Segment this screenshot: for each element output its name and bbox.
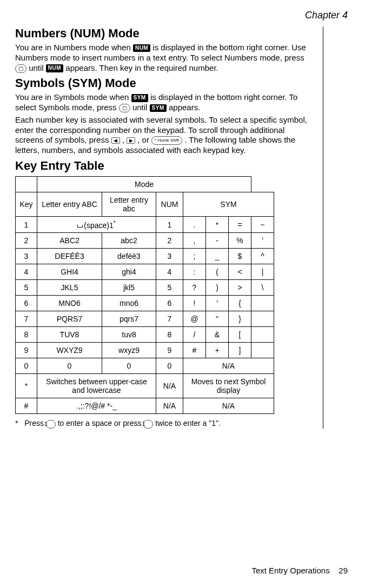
table-cell-lower: 0 — [102, 358, 156, 374]
table-cell-num: 9 — [156, 343, 183, 358]
table-row: 9WXYZ9wxyz99#+] — [16, 343, 274, 358]
table-cell-sym: " — [206, 311, 229, 327]
text: , or — [137, 135, 151, 144]
table-row: *Switches between upper-case and lowerca… — [16, 374, 274, 398]
table-cell-key: 7 — [16, 311, 37, 327]
table-row: 0000N/A — [16, 358, 274, 374]
table-header-mode: Mode — [37, 176, 251, 192]
footnote: * Press 1 to enter a space or press 1 tw… — [15, 418, 312, 428]
table-row: 4GHI4ghi44:(<| — [16, 264, 274, 280]
table-cell-sym: > — [229, 280, 251, 296]
table-cell-letters-merged: .,;:?!@/# *-_ — [37, 398, 156, 414]
table-cell-sym — [251, 311, 274, 327]
table-row: 7PQRS7pqrs77@"} — [16, 311, 274, 327]
table-cell-lower: tuv8 — [102, 327, 156, 343]
table-cell-upper: WXYZ9 — [37, 343, 102, 358]
table-header-sym: SYM — [183, 192, 274, 216]
num-badge-icon: NUM — [133, 44, 150, 52]
table-row: 1(space)1*1.*=~ — [16, 216, 274, 233]
left-arrow-icon: ◀ — [111, 137, 120, 144]
table-row: 8TUV8tuv88/&[ — [16, 327, 274, 343]
table-cell-blank — [16, 176, 37, 192]
table-cell-sym: $ — [229, 249, 251, 264]
table-cell-key: # — [16, 398, 37, 414]
table-cell-key: 9 — [16, 343, 37, 358]
text: until — [29, 63, 46, 72]
table-cell-sym: } — [229, 311, 251, 327]
table-cell-sym: ' — [251, 233, 274, 249]
table-cell-sym — [251, 343, 274, 358]
text: You are in Symbols mode when — [15, 92, 131, 102]
table-header-abc-upper: Letter entry ABC — [37, 192, 102, 216]
table-cell-upper: GHI4 — [37, 264, 102, 280]
table-cell-key: * — [16, 374, 37, 398]
table-cell-sym: \ — [251, 280, 274, 296]
text: appears. — [169, 103, 200, 112]
text: twice to enter a "1". — [155, 419, 220, 427]
table-cell-sym: & — [206, 327, 229, 343]
table-cell-sym: ? — [183, 280, 206, 296]
table-cell-upper: ABC2 — [37, 233, 102, 249]
num-mode-heading: Numbers (NUM) Mode — [15, 26, 312, 41]
table-cell-sym: % — [229, 233, 251, 249]
table-cell-num: N/A — [156, 398, 183, 414]
table-cell-upper: 0 — [37, 358, 102, 374]
key-entry-table: Mode Key Letter entry ABC Letter entry a… — [15, 176, 274, 415]
one-key-icon: 1 — [143, 420, 153, 429]
table-cell-sym: . — [183, 216, 206, 233]
table-cell-sym: ~ — [251, 216, 274, 233]
table-cell-upper: DEFÉÈ3 — [37, 249, 102, 264]
table-row: 2ABC2abc22,-%' — [16, 233, 274, 249]
table-cell-sym: + — [206, 343, 229, 358]
table-cell-key: 6 — [16, 296, 37, 311]
text: to enter a space or press — [58, 419, 144, 427]
table-cell-sym: ( — [206, 264, 229, 280]
table-cell-letters-merged: Switches between upper-case and lowercas… — [37, 374, 156, 398]
table-cell-sym — [251, 296, 274, 311]
table-cell-sym: < — [229, 264, 251, 280]
table-cell-lower: wxyz9 — [102, 343, 156, 358]
chapter-header: Chapter 4 — [15, 10, 348, 21]
table-cell-key: 1 — [16, 216, 37, 233]
table-cell-sym: # — [183, 343, 206, 358]
table-cell-lower: pqrs7 — [102, 311, 156, 327]
table-cell-lower: mno6 — [102, 296, 156, 311]
sym-badge-icon: SYM — [150, 104, 167, 112]
table-cell-sym-merged: Moves to next Symbol display — [183, 374, 274, 398]
table-cell-sym: ) — [206, 280, 229, 296]
table-cell-num: 7 — [156, 311, 183, 327]
table-cell-num: 1 — [156, 216, 183, 233]
table-cell-lower: ghi4 — [102, 264, 156, 280]
sym-mode-paragraph-1: You are in Symbols mode when SYM is disp… — [15, 92, 312, 113]
table-cell-upper: MNO6 — [37, 296, 102, 311]
one-key-icon: 1 — [46, 420, 56, 429]
table-cell-sym: / — [183, 327, 206, 343]
table-cell-num: 8 — [156, 327, 183, 343]
table-cell-sym: [ — [229, 327, 251, 343]
table-cell-num: 2 — [156, 233, 183, 249]
footnote-star: * — [15, 419, 18, 427]
table-cell-key: 8 — [16, 327, 37, 343]
table-cell-num: 3 — [156, 249, 183, 264]
table-cell-upper: TUV8 — [37, 327, 102, 343]
num-badge-icon: NUM — [46, 64, 63, 72]
table-cell-num: 5 — [156, 280, 183, 296]
text: until — [132, 103, 150, 112]
table-cell-num: 0 — [156, 358, 183, 374]
sym-badge-icon: SYM — [131, 94, 148, 102]
table-cell-lower: deféè3 — [102, 249, 156, 264]
content-area: Numbers (NUM) Mode You are in Numbers mo… — [15, 26, 323, 429]
table-cell-key: 2 — [16, 233, 37, 249]
table-cell-sym: = — [229, 216, 251, 233]
table-cell-sym-merged: N/A — [183, 398, 274, 414]
footer-section: Text Entry Operations — [251, 566, 329, 575]
table-row: 3DEFÉÈ3deféè33;_$^ — [16, 249, 274, 264]
table-cell-sym: ] — [229, 343, 251, 358]
table-row: 6MNO6mno66!'{ — [16, 296, 274, 311]
table-cell-letters-merged: (space)1* — [37, 216, 156, 233]
sym-mode-paragraph-2: Each number key is associated with sever… — [15, 115, 312, 156]
table-cell-num: 4 — [156, 264, 183, 280]
nav-key-icon: ▢ — [119, 104, 130, 112]
table-cell-sym: | — [251, 264, 274, 280]
table-cell-key: 5 — [16, 280, 37, 296]
